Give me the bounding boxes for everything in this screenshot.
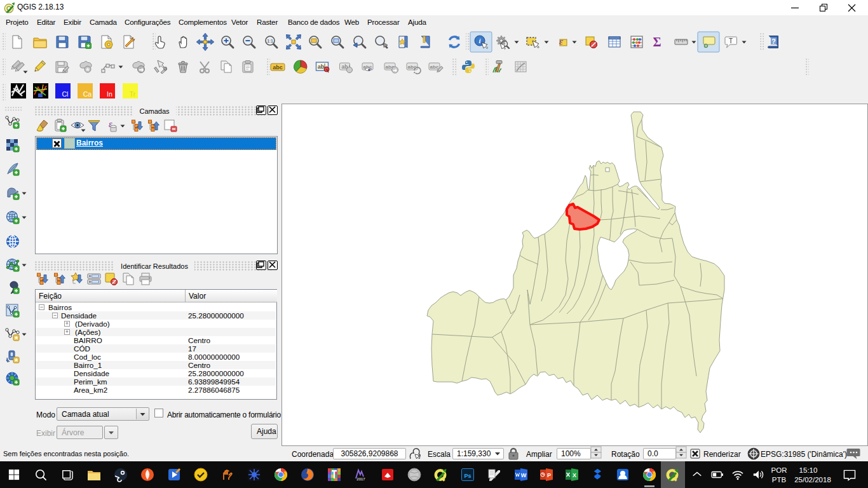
- svg-text:W: W: [521, 472, 527, 478]
- svg-text:PTB: PTB: [772, 476, 787, 484]
- svg-text:Tr: Tr: [130, 90, 136, 98]
- svg-text:POR: POR: [771, 466, 787, 474]
- svg-text:25/02/2018: 25/02/2018: [794, 476, 831, 484]
- svg-text:P: P: [547, 472, 551, 478]
- svg-text:In: In: [107, 90, 112, 98]
- svg-text:Ca: Ca: [83, 90, 92, 98]
- svg-text:Cl: Cl: [62, 90, 69, 98]
- svg-text:15:10: 15:10: [799, 466, 818, 474]
- svg-text:X: X: [573, 472, 576, 478]
- svg-text:Ps: Ps: [464, 473, 471, 479]
- svg-text:2017: 2017: [356, 477, 365, 481]
